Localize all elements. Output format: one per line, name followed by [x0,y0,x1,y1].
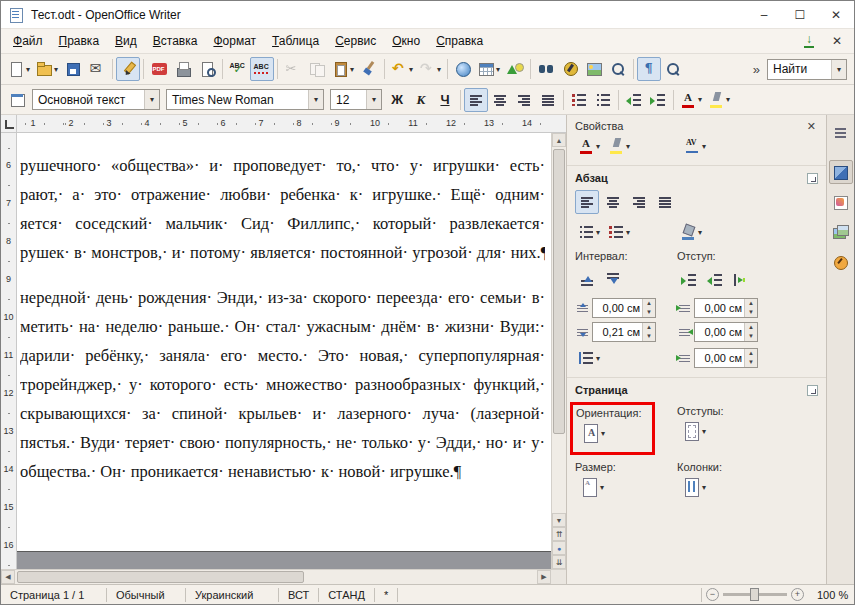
undo-button[interactable]: ▾ [388,57,416,81]
status-page-number[interactable]: Страница 1 / 1 [1,589,106,601]
bold-button[interactable]: Ж [385,88,409,112]
table-button[interactable]: ▾ [475,57,503,81]
copy-button[interactable] [305,57,329,81]
find-replace-button[interactable] [534,57,558,81]
styles-panel-button[interactable] [5,88,29,112]
align-left-button[interactable] [464,88,488,112]
next-page-button[interactable]: ⇊ [552,555,566,569]
email-button[interactable] [85,57,109,81]
bullet-list-button[interactable]: ▾ [575,220,603,244]
menu-item-3[interactable]: Вставка [145,31,206,51]
tab-properties[interactable] [829,160,853,184]
sidebar-menu-button[interactable] [829,120,853,144]
page-dialog-launcher[interactable] [807,385,818,396]
close-document-button[interactable]: ✕ [828,34,846,48]
toolbar-overflow-button[interactable]: » [749,62,764,77]
status-insert-mode[interactable]: ВСТ [279,589,318,601]
page-orientation-button[interactable]: ▾ [576,419,609,447]
font-name-value[interactable]: Times New Roman [167,93,308,107]
document-page[interactable]: рушечного· «общества»· и· проповедует· т… [17,133,551,551]
status-selection-mode[interactable]: СТАНД [319,589,374,601]
first-line-indent-field[interactable]: 0,00 см ▲▼ [694,348,758,368]
horizontal-scroll-track[interactable] [15,570,537,584]
draw-functions-button[interactable] [503,57,527,81]
dropdown-caret[interactable]: ▾ [596,142,600,151]
zoom-slider[interactable] [723,593,787,596]
below-spacing-value[interactable]: 0,21 см [593,326,642,338]
zoom-button[interactable] [606,57,630,81]
vertical-scroll-thumb[interactable] [553,149,565,434]
above-spacing-value[interactable]: 0,00 см [593,302,642,314]
char-highlighting-button[interactable]: ▾ [605,137,633,158]
align-justify-button[interactable] [536,88,560,112]
dropdown-caret[interactable]: ▾ [350,65,354,74]
scroll-up-button[interactable]: ▲ [552,133,566,147]
align-right-button[interactable] [627,190,651,214]
redo-button[interactable]: ▾ [416,57,444,81]
switch-indent-button[interactable] [729,268,753,292]
status-zoom-value[interactable]: 100 % [808,589,854,601]
dropdown-caret[interactable]: ▾ [437,65,441,74]
scroll-down-button[interactable]: ▼ [552,513,566,527]
vertical-scrollbar[interactable]: ▲ ▼ ⇈ ● ⇊ [551,133,566,569]
hyperlink-button[interactable] [451,57,475,81]
dropdown-caret[interactable]: ▾ [26,65,30,74]
zoom-slider-thumb[interactable] [750,588,759,601]
vertical-scroll-track[interactable] [552,147,566,513]
line-spacing-button[interactable]: ▾ [575,346,603,370]
dropdown-caret[interactable]: ▾ [698,95,702,104]
scroll-right-button[interactable]: ▶ [537,570,551,584]
first-line-indent-spinner[interactable]: ▲▼ [744,349,757,367]
menu-item-5[interactable]: Таблица [264,31,327,51]
char-spacing-button[interactable]: ▾ [681,137,709,158]
dropdown-caret[interactable]: ▾ [726,95,730,104]
menu-item-4[interactable]: Формат [205,31,264,51]
font-name-combobox[interactable]: Times New Roman ▾ [166,89,324,110]
minimize-button[interactable]: – [746,1,782,28]
before-indent-spinner[interactable]: ▲▼ [744,299,757,317]
dropdown-caret[interactable]: ▾ [626,142,630,151]
navigator-button[interactable] [558,57,582,81]
font-name-dropdown-button[interactable]: ▾ [308,90,323,109]
after-indent-spinner[interactable]: ▲▼ [744,323,757,341]
first-line-indent-value[interactable]: 0,00 см [695,352,744,364]
search-button[interactable] [661,57,685,81]
numbered-list-button[interactable] [567,88,591,112]
above-paragraph-spacing-field[interactable]: 0,00 см ▲▼ [592,298,656,318]
dropdown-caret[interactable]: ▾ [596,354,600,363]
dropdown-caret[interactable]: ▾ [626,228,630,237]
navigation-dot-button[interactable]: ● [552,541,566,555]
menu-item-0[interactable]: Файл [5,31,51,51]
page-columns-button[interactable]: ▾ [677,473,710,501]
align-center-button[interactable] [488,88,512,112]
dropdown-caret[interactable]: ▾ [596,228,600,237]
numbered-list-button[interactable]: ▾ [605,220,633,244]
paragraph-style-dropdown-button[interactable]: ▾ [144,90,159,109]
before-indent-value[interactable]: 0,00 см [695,302,744,314]
dropdown-caret[interactable]: ▾ [702,142,706,151]
horizontal-ruler[interactable]: 1234567891011121314 [17,115,551,132]
page-margins-button[interactable]: ▾ [677,417,710,445]
page-preview-button[interactable] [195,57,219,81]
font-color-button[interactable]: ▾ [677,88,705,112]
dropdown-caret[interactable]: ▾ [496,65,500,74]
increase-spacing-button[interactable] [575,268,599,292]
char-font-color-button[interactable]: ▾ [575,137,603,158]
dropdown-caret[interactable]: ▾ [54,65,58,74]
increase-indent-button[interactable] [677,268,701,292]
paste-button[interactable]: ▾ [329,57,357,81]
font-size-combobox[interactable]: 12 ▾ [330,89,382,110]
dropdown-caret[interactable]: ▾ [698,228,702,237]
find-combobox[interactable]: Найти ▾ [767,59,847,80]
zoom-in-button[interactable]: + [791,588,804,601]
status-page-style[interactable]: Обычный [107,589,185,601]
menu-item-7[interactable]: Окно [384,31,428,51]
cut-button[interactable] [281,57,305,81]
zoom-out-button[interactable]: − [706,588,719,601]
horizontal-scroll-thumb[interactable] [17,571,304,583]
previous-page-button[interactable]: ⇈ [552,527,566,541]
update-available-icon[interactable] [801,33,818,49]
save-button[interactable] [61,57,85,81]
align-justify-button[interactable] [653,190,677,214]
menu-item-2[interactable]: Вид [107,31,145,51]
